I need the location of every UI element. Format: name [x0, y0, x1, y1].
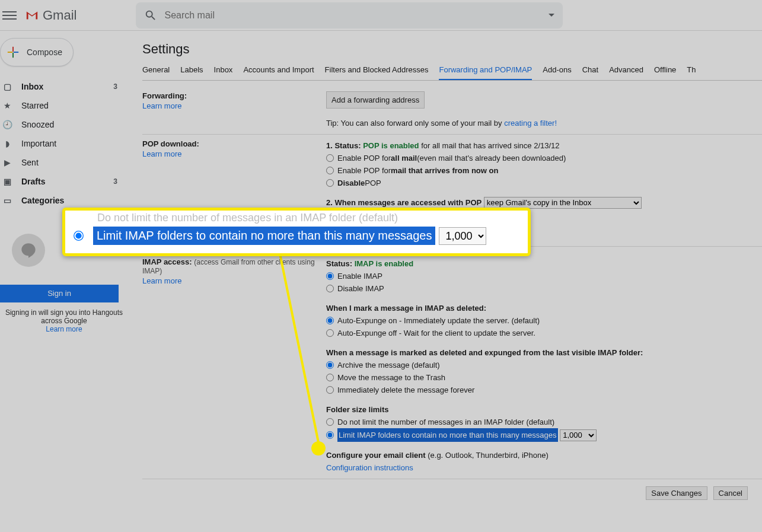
page-title: Settings: [142, 42, 762, 57]
forwarding-learn-link[interactable]: Learn more: [142, 101, 326, 110]
expunge-on-radio[interactable]: [326, 317, 334, 324]
file-icon: ▣: [1, 176, 13, 187]
gmail-logo[interactable]: Gmail: [24, 8, 76, 23]
tab-labels[interactable]: Labels: [180, 65, 203, 80]
imap-section: IMAP access: (access Gmail from other cl…: [142, 247, 762, 479]
forwarding-section: Forwarding: Learn more Add a forwarding …: [142, 87, 762, 135]
pop-disable-radio[interactable]: [326, 179, 334, 187]
signin-hint: Signing in will sign you into Hangouts a…: [0, 308, 128, 333]
search-bar[interactable]: [136, 2, 563, 28]
compose-label: Compose: [27, 47, 62, 57]
svg-rect-3: [8, 52, 12, 53]
tab-forwarding-and-pop-imap[interactable]: Forwarding and POP/IMAP: [439, 65, 532, 80]
settings-content: Settings GeneralLabelsInboxAccounts and …: [128, 31, 762, 532]
search-input[interactable]: [164, 10, 549, 21]
tab-advanced[interactable]: Advanced: [609, 65, 643, 80]
svg-rect-1: [14, 52, 18, 53]
cancel-button[interactable]: Cancel: [713, 486, 748, 500]
forwarding-label: Forwarding:: [142, 91, 187, 100]
sidebar-item-drafts[interactable]: ▣Drafts3: [0, 172, 128, 191]
app-name: Gmail: [43, 8, 76, 23]
tab-add-ons[interactable]: Add-ons: [543, 65, 571, 80]
pop-nowon-radio[interactable]: [326, 167, 334, 174]
limit-count-select[interactable]: 1,000: [560, 429, 597, 441]
tab-th[interactable]: Th: [687, 65, 696, 80]
send-icon: ▶: [1, 157, 13, 168]
sidebar-nav: ▢Inbox3★Starred🕘Snoozed◗Important▶Sent▣D…: [0, 77, 128, 210]
tab-offline[interactable]: Offline: [654, 65, 676, 80]
svg-rect-0: [12, 47, 14, 52]
sidebar-item-starred[interactable]: ★Starred: [0, 96, 128, 115]
tab-chat[interactable]: Chat: [582, 65, 598, 80]
star-icon: ★: [1, 100, 13, 112]
limit-folder-radio[interactable]: [326, 431, 334, 439]
tab-general[interactable]: General: [142, 65, 170, 80]
imap-label: IMAP access:: [142, 257, 192, 266]
callout-select[interactable]: 1,000: [439, 227, 486, 245]
hangouts-icon[interactable]: [12, 234, 45, 267]
clock-icon: 🕘: [1, 119, 13, 130]
annotation-callout: Do not limit the number of messages in a…: [62, 208, 531, 256]
imap-disable-radio[interactable]: [326, 285, 334, 292]
pop-learn-link[interactable]: Learn more: [142, 149, 326, 158]
tab-inbox[interactable]: Inbox: [214, 65, 233, 80]
sidebar-item-important[interactable]: ◗Important: [0, 134, 128, 153]
no-limit-radio[interactable]: [326, 418, 334, 426]
expunge-off-radio[interactable]: [326, 329, 334, 337]
tab-accounts-and-import[interactable]: Accounts and Import: [243, 65, 314, 80]
sidebar-item-sent[interactable]: ▶Sent: [0, 153, 128, 172]
app-header: Gmail: [0, 0, 762, 31]
signin-button[interactable]: Sign in: [0, 285, 119, 302]
sidebar-item-inbox[interactable]: ▢Inbox3: [0, 77, 128, 96]
pop-allmail-radio[interactable]: [326, 154, 334, 162]
add-forwarding-button[interactable]: Add a forwarding address: [326, 91, 425, 109]
delete-radio[interactable]: [326, 386, 334, 394]
imap-enable-radio[interactable]: [326, 272, 334, 280]
pop-action-select[interactable]: keep Gmail's copy in the Inbox: [484, 197, 642, 209]
search-options-icon[interactable]: [549, 14, 554, 17]
sidebar: Compose ▢Inbox3★Starred🕘Snoozed◗Importan…: [0, 31, 128, 532]
tag-icon: ◗: [1, 138, 13, 149]
signin-learn-link[interactable]: Learn more: [5, 325, 123, 333]
trash-radio[interactable]: [326, 374, 334, 381]
inbox-icon: ▢: [1, 81, 13, 93]
menu-icon[interactable]: [2, 8, 17, 23]
compose-button[interactable]: Compose: [0, 38, 74, 66]
plus-icon: [7, 46, 20, 59]
callout-radio[interactable]: [74, 231, 84, 241]
save-button[interactable]: Save Changes: [646, 486, 707, 500]
svg-rect-2: [12, 53, 14, 58]
archive-radio[interactable]: [326, 361, 334, 369]
create-filter-link[interactable]: creating a filter!: [504, 119, 557, 128]
pop-label: POP download:: [142, 139, 199, 148]
settings-tabs: GeneralLabelsInboxAccounts and ImportFil…: [142, 65, 762, 81]
stack-icon: ▭: [1, 195, 13, 206]
imap-learn-link[interactable]: Learn more: [142, 276, 326, 285]
sidebar-item-snoozed[interactable]: 🕘Snoozed: [0, 115, 128, 134]
tab-filters-and-blocked-addresses[interactable]: Filters and Blocked Addresses: [325, 65, 429, 80]
search-icon: [144, 9, 157, 22]
gmail-m-icon: [24, 9, 40, 22]
config-instructions-link[interactable]: Configuration instructions: [326, 463, 413, 472]
